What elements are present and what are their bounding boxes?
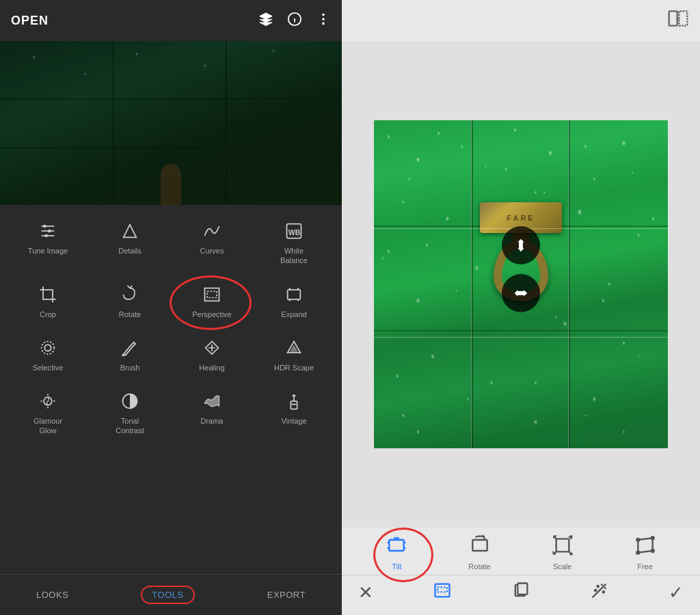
preview-area xyxy=(0,41,342,205)
main-image: FARE xyxy=(374,120,668,448)
svg-point-35 xyxy=(651,536,654,539)
compare-icon[interactable] xyxy=(667,8,689,34)
expand-label: Expand xyxy=(281,310,306,319)
svg-rect-32 xyxy=(472,540,487,551)
svg-rect-26 xyxy=(291,401,297,409)
magic-action-icon[interactable] xyxy=(590,581,609,604)
vertical-control-handle[interactable] xyxy=(502,226,540,264)
tab-tilt[interactable]: Tilt xyxy=(386,534,407,571)
top-bar: OPEN xyxy=(0,0,342,41)
rotate-tab-icon xyxy=(469,534,491,560)
tilt-label: Tilt xyxy=(392,562,401,571)
svg-point-16 xyxy=(44,344,51,351)
tool-drama[interactable]: Drama xyxy=(178,387,246,440)
glamour-glow-icon xyxy=(38,392,57,413)
tool-hdr-scape[interactable]: HDR Scape xyxy=(260,334,328,377)
tonal-contrast-label: TonalContrast xyxy=(116,416,144,436)
bottom-nav: LOOKS TOOLS EXPORT xyxy=(0,574,342,615)
close-button[interactable]: ✕ xyxy=(358,582,373,603)
glamour-glow-label: GlamourGlow xyxy=(33,416,62,436)
tune-image-icon xyxy=(38,221,57,243)
tool-expand[interactable]: Expand xyxy=(260,281,328,323)
expand-icon xyxy=(284,285,304,307)
svg-rect-31 xyxy=(390,540,404,551)
tab-rotate[interactable]: Rotate xyxy=(468,534,490,571)
tool-rotate[interactable]: Rotate xyxy=(96,281,164,323)
tool-glamour-glow[interactable]: GlamourGlow xyxy=(14,387,82,440)
confirm-button[interactable]: ✓ xyxy=(669,582,684,603)
tool-brush[interactable]: Brush xyxy=(96,334,164,377)
svg-point-11 xyxy=(44,234,48,238)
right-panel: FARE xyxy=(342,0,700,615)
perspective-icon xyxy=(202,285,221,307)
crop-icon xyxy=(38,285,57,307)
brush-label: Brush xyxy=(120,363,140,372)
tool-curves[interactable]: Curves xyxy=(178,217,246,270)
tool-white-balance[interactable]: WB WhiteBalance xyxy=(260,217,328,270)
tab-scale[interactable]: Scale xyxy=(552,534,574,571)
tool-vintage[interactable]: Vintage xyxy=(260,387,328,440)
tool-tune-image[interactable]: Tune Image xyxy=(14,217,82,270)
scale-tab-icon xyxy=(552,534,574,560)
scale-tab-label: Scale xyxy=(553,562,572,571)
svg-point-5 xyxy=(322,22,325,25)
rotate-tab-label: Rotate xyxy=(468,562,490,571)
white-balance-label: WhiteBalance xyxy=(280,246,308,266)
free-tab-label: Free xyxy=(637,562,653,571)
vintage-icon xyxy=(284,392,304,413)
copy-action-icon[interactable] xyxy=(511,581,530,604)
rotate-label: Rotate xyxy=(119,310,141,319)
preview-image xyxy=(0,41,342,205)
healing-icon xyxy=(202,338,221,360)
right-bottom: Tilt Rotate xyxy=(342,528,700,615)
details-label: Details xyxy=(118,246,142,256)
tool-selective[interactable]: Selective xyxy=(14,334,82,377)
tonal-contrast-icon xyxy=(120,392,139,413)
svg-point-10 xyxy=(48,230,51,233)
svg-text:WB: WB xyxy=(288,228,301,236)
horizontal-control-handle[interactable] xyxy=(502,274,540,312)
tools-row-4: GlamourGlow TonalContrast Drama xyxy=(0,382,342,446)
details-icon xyxy=(120,221,139,243)
nav-looks[interactable]: LOOKS xyxy=(36,590,68,600)
svg-point-34 xyxy=(636,538,639,541)
tool-crop[interactable]: Crop xyxy=(14,281,82,323)
healing-label: Healing xyxy=(199,363,224,372)
white-balance-icon: WB xyxy=(284,221,304,243)
free-tab-icon xyxy=(634,534,656,560)
nav-export[interactable]: EXPORT xyxy=(267,590,306,600)
right-action-bar: ✕ xyxy=(342,575,700,610)
tool-details[interactable]: Details xyxy=(96,217,164,270)
door-background: FARE xyxy=(374,120,668,448)
tools-row-2: Crop Rotate xyxy=(0,275,342,329)
perspective-action-icon[interactable] xyxy=(433,581,452,604)
left-panel: OPEN xyxy=(0,0,342,615)
svg-point-36 xyxy=(651,549,654,552)
svg-rect-15 xyxy=(288,290,301,299)
more-icon[interactable] xyxy=(316,12,331,30)
svg-rect-28 xyxy=(669,11,677,25)
tool-healing[interactable]: Healing xyxy=(178,334,246,377)
tool-tonal-contrast[interactable]: TonalContrast xyxy=(96,387,164,440)
svg-rect-33 xyxy=(556,539,569,552)
tool-perspective[interactable]: Perspective xyxy=(178,281,246,323)
open-button[interactable]: OPEN xyxy=(11,14,49,28)
vintage-label: Vintage xyxy=(281,416,306,426)
hdr-scape-icon xyxy=(284,338,304,360)
info-icon[interactable] xyxy=(287,12,302,30)
svg-rect-29 xyxy=(679,11,687,25)
svg-point-9 xyxy=(43,225,46,228)
svg-point-43 xyxy=(603,591,604,592)
svg-point-3 xyxy=(322,13,325,16)
nav-tools[interactable]: TOOLS xyxy=(141,586,194,604)
crop-label: Crop xyxy=(40,310,56,319)
perspective-tabs: Tilt Rotate xyxy=(342,528,700,575)
svg-point-44 xyxy=(595,590,596,591)
tab-free[interactable]: Free xyxy=(634,534,656,571)
layers-icon[interactable] xyxy=(258,12,273,30)
tools-row-3: Selective Brush Healing xyxy=(0,329,342,382)
selective-icon xyxy=(38,338,57,360)
right-top-bar xyxy=(342,0,700,41)
svg-rect-40 xyxy=(517,584,527,594)
curves-icon xyxy=(202,221,221,243)
